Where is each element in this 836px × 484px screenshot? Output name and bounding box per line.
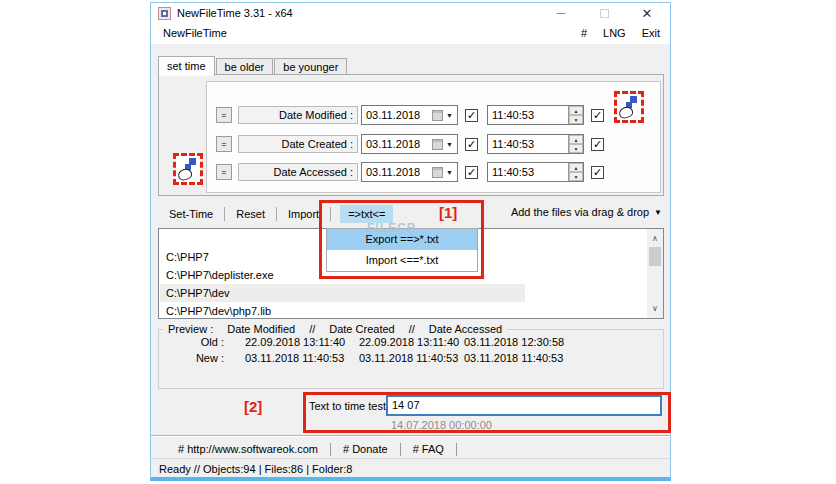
title-bar: NewFileTime 3.31 - x64 — ✕ [151,3,670,23]
menu-item-import-txt[interactable]: Import <==*.txt [327,250,477,271]
set-time-button[interactable]: Set-Time [158,205,224,223]
check-icon: ✓ [467,139,476,150]
minimize-button[interactable]: — [546,3,576,23]
time-created-field[interactable]: 11:40:53 ▲ ▼ [487,134,584,154]
preview-col-created: Date Created [329,323,394,335]
annotation-label-2: [2] [244,398,262,415]
window-title: NewFileTime 3.31 - x64 [177,7,293,19]
link-separator [456,443,457,456]
add-files-dragdrop-button[interactable]: Add the files via drag & drop ▼ [511,206,662,218]
close-icon: ✕ [642,6,653,21]
tester-label: Text to time tester [309,400,396,412]
screenshot-canvas: NewFileTime 3.31 - x64 — ✕ NewFileTime #… [0,0,836,484]
date-created-picker[interactable]: 03.11.2018 ▼ [361,134,458,154]
menu-newfiletime[interactable]: NewFileTime [163,27,227,39]
equals-button[interactable]: = [216,164,232,180]
preview-col-modified: Date Modified [227,323,295,335]
reset-button[interactable]: Reset [225,205,276,223]
preview-header: Preview : Date Modified // Date Created … [163,323,507,335]
spinner-up-icon[interactable]: ▲ [569,135,583,144]
links-bar: # http://www.softwareok.com # Donate # F… [166,440,457,458]
app-window: NewFileTime 3.31 - x64 — ✕ NewFileTime #… [150,2,671,481]
date-created-checkbox[interactable]: ✓ [465,138,478,151]
vertical-scrollbar[interactable]: ∧ ∨ [647,229,663,318]
annotation-label-1: [1] [439,204,457,221]
scrollbar-thumb[interactable] [649,247,661,266]
date-modified-label: Date Modified : [238,106,358,124]
preview-group: Preview : Date Modified // Date Created … [158,329,664,389]
spinner-down-icon[interactable]: ▼ [569,115,583,124]
list-item-selected[interactable]: C:\PHP7\dev [160,284,525,302]
maximize-button[interactable] [589,3,619,23]
spinner-down-icon[interactable]: ▼ [569,144,583,153]
check-icon: ✓ [467,167,476,178]
calendar-icon [432,139,443,150]
link-faq[interactable]: # FAQ [401,443,456,455]
toolbar: Set-Time Reset Import =>txt<= [158,203,393,225]
maximize-icon [600,9,609,18]
preview-separator: // [409,323,415,335]
status-bar: Ready // Objects:94 | Files:86 | Folder:… [151,458,670,478]
time-created-checkbox[interactable]: ✓ [591,138,604,151]
minimize-icon: — [557,8,566,18]
equals-button[interactable]: = [216,136,232,152]
spinner-down-icon[interactable]: ▼ [569,172,583,181]
tab-strip: set time be older be younger [158,56,348,76]
link-donate[interactable]: # Donate [331,443,400,455]
date-accessed-row: = Date Accessed : 03.11.2018 ▼ ✓ 11:40:5… [216,162,604,182]
import-button[interactable]: Import [277,205,330,223]
calendar-icon [432,167,443,178]
menu-exit[interactable]: Exit [642,27,660,39]
date-accessed-label: Date Accessed : [238,163,358,181]
status-text: Ready // Objects:94 | Files:86 | Folder:… [159,463,352,475]
time-modified-checkbox[interactable]: ✓ [591,109,604,122]
date-created-row: = Date Created : 03.11.2018 ▼ ✓ 11:40:53… [216,134,604,154]
date-accessed-picker[interactable]: 03.11.2018 ▼ [361,162,458,182]
link-softwareok[interactable]: # http://www.softwareok.com [166,443,330,455]
date-accessed-checkbox[interactable]: ✓ [465,166,478,179]
chevron-down-icon[interactable]: ▼ [446,141,453,148]
time-modified-field[interactable]: 11:40:53 ▲ ▼ [487,105,584,125]
preview-row-new: New : 03.11.2018 11:40:53 03.11.2018 11:… [159,352,663,364]
list-item[interactable]: C:\PHP7\dev\php7.lib [160,302,646,320]
chevron-down-icon[interactable]: ▼ [446,112,453,119]
check-icon: ✓ [593,139,602,150]
time-accessed-checkbox[interactable]: ✓ [591,166,604,179]
date-created-label: Date Created : [238,135,358,153]
drag-drop-icon[interactable] [173,153,203,185]
date-modified-picker[interactable]: 03.11.2018 ▼ [361,105,458,125]
spinner-up-icon[interactable]: ▲ [569,106,583,115]
equals-button[interactable]: = [216,107,232,123]
watermark: FILECR [367,221,416,235]
tester-result: 14.07.2018 00:00:00 [391,419,492,431]
time-accessed-field[interactable]: 11:40:53 ▲ ▼ [487,162,584,182]
check-icon: ✓ [593,110,602,121]
preview-title: Preview : [168,323,213,335]
scroll-down-icon[interactable]: ∨ [647,301,663,316]
date-modified-checkbox[interactable]: ✓ [465,109,478,122]
time-spinner[interactable]: ▲ ▼ [568,135,583,153]
drag-drop-icon[interactable] [614,91,644,123]
scroll-up-icon[interactable]: ∧ [647,231,663,246]
spinner-up-icon[interactable]: ▲ [569,163,583,172]
tester-input[interactable]: 14 07 [386,395,662,416]
time-spinner[interactable]: ▲ ▼ [568,163,583,181]
preview-separator: // [309,323,315,335]
preview-col-accessed: Date Accessed [429,323,502,335]
app-icon [158,7,171,20]
tab-set-time[interactable]: set time [158,56,215,76]
preview-row-old: Old : 22.09.2018 13:11:40 22.09.2018 13:… [159,336,663,348]
date-modified-row: = Date Modified : 03.11.2018 ▼ ✓ 11:40:5… [216,105,604,125]
menu-bar: NewFileTime # LNG Exit [151,23,670,44]
calendar-icon [432,110,443,121]
close-button[interactable]: ✕ [632,3,662,23]
chevron-down-icon[interactable]: ▼ [446,169,453,176]
menu-hash[interactable]: # [581,27,587,39]
check-icon: ✓ [467,110,476,121]
menu-lng[interactable]: LNG [603,27,626,39]
check-icon: ✓ [593,167,602,178]
toolbar-separator [330,207,331,221]
chevron-down-icon: ▼ [654,208,662,217]
divider [151,435,670,437]
time-spinner[interactable]: ▲ ▼ [568,106,583,124]
